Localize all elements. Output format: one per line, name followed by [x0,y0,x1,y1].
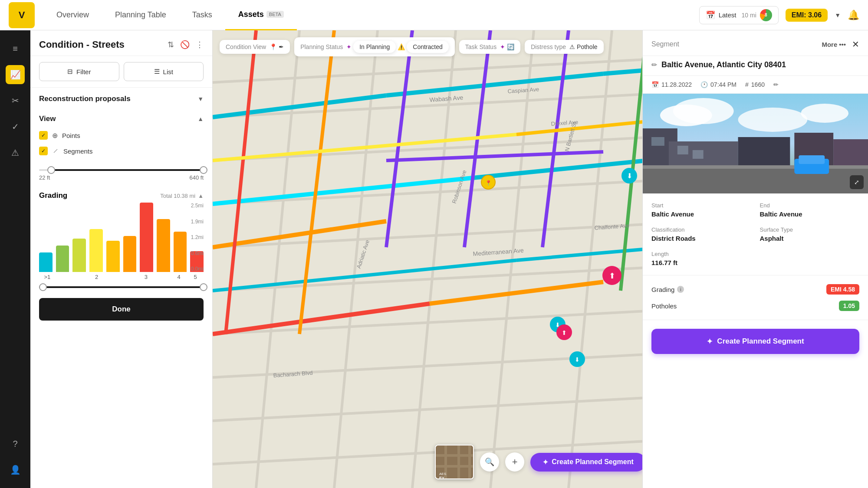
svg-rect-63 [436,465,474,468]
emi-donut-chart: 8 [760,9,772,21]
chart-thumb-right[interactable] [200,283,207,291]
length-detail: Length 116.77 ft [651,251,751,266]
svg-text:AES: AES [439,472,446,476]
filter-button[interactable]: ⊟ Filter [39,62,119,81]
emi-badge[interactable]: EMI: 3.06 [786,9,828,22]
svg-rect-78 [693,150,704,159]
chart-range-fill [39,286,204,288]
nav-assets[interactable]: Assets BETA [225,0,297,30]
segments-label: Segments [63,147,93,155]
sidebar-icon-tools[interactable]: ✂ [6,91,25,110]
right-segment-panel: Segment More ••• ✕ ✏ Baltic Avenue, Atla… [642,30,868,488]
planning-status-warning-icon: ⚠️ [398,43,405,50]
grading-section: Grading i EMI 4.58 Potholes 1.05 [643,275,868,320]
nav-right-section: 📅 Latest 10 mi 8 EMI: 3.06 ▼ 🔔 [699,6,859,24]
create-planned-segment-panel-button[interactable]: ✦ Create Planned Segment [651,329,859,354]
length-label: Length [651,251,751,257]
potholes-value: 1.05 [839,301,859,311]
contracted-pill[interactable]: Contracted [407,41,448,53]
range-thumb-left[interactable] [47,166,55,174]
reconstruction-title: Reconstruction proposals [39,95,131,103]
create-planned-segment-button[interactable]: ✦ Create Planned Segment [530,453,646,472]
more-button[interactable]: More ••• [822,41,846,48]
emi-dropdown-chevron[interactable]: ▼ [835,12,841,19]
view-options: ✓ ⊕ Points ✓ ⟋ Segments [30,128,212,163]
latest-miles: 10 mi [742,12,756,19]
left-condition-panel: Condition - Streets ⇅ 🚫 ⋮ ⊟ Filter ☰ Lis… [30,30,213,488]
sidebar-icon-layers[interactable]: ≡ [6,39,25,58]
more-dots-icon: ••• [839,41,846,48]
notifications-bell-icon[interactable]: 🔔 [848,10,859,21]
chart-thumb-left[interactable] [39,283,47,291]
view-points-row: ✓ ⊕ Points [39,128,204,143]
svg-text:EY: EY [439,476,444,479]
svg-rect-82 [643,167,868,193]
grading-row-label: Grading i [651,286,684,293]
sort-icon[interactable]: ⇅ [168,40,174,49]
svg-rect-62 [436,454,474,457]
nav-overview[interactable]: Overview [43,0,102,30]
chart-bar-3 [72,239,86,272]
edit-meta-icon[interactable]: ✏ [773,81,779,88]
planning-status-star-icon: ✦ [346,43,352,50]
sidebar-icon-warning[interactable]: ⚠ [6,143,25,162]
map-mini-thumbnail[interactable]: EY AES [435,445,474,479]
planning-status-group: Planning Status ✦ In Planning ⚠️ Contrac… [294,37,455,56]
filter-clear-icon[interactable]: 🚫 [180,40,190,49]
image-expand-icon[interactable]: ⤢ [850,175,864,189]
done-button[interactable]: Done [39,298,204,321]
map-search-button[interactable]: 🔍 [480,452,499,472]
panel-header-icons: ⇅ 🚫 ⋮ [168,40,204,49]
latest-selector[interactable]: 📅 Latest 10 mi 8 [699,6,779,24]
length-value: 116.77 ft [651,259,751,266]
points-icon: ⊕ [52,131,58,140]
svg-rect-66 [468,445,471,479]
sidebar-icon-help[interactable]: ? [6,434,25,453]
sidebar-icon-check[interactable]: ✓ [6,117,25,136]
reconstruction-section-header[interactable]: Reconstruction proposals ▼ [30,88,212,108]
segment-time: 🕐 07:44 PM [700,81,736,88]
chart-bar-7 [140,203,153,272]
segment-id: # 1660 [745,81,765,88]
chart-bar-2 [56,246,69,272]
range-slider-section: 22 ft 640 ft [30,169,212,185]
distress-type-group[interactable]: Distress type ⚠ Pothole [525,40,603,54]
more-options-icon[interactable]: ⋮ [196,40,204,49]
nav-items: Overview Planning Table Tasks Assets BET… [43,0,699,30]
grading-row: Grading i EMI 4.58 [651,284,859,295]
list-button[interactable]: ☰ List [124,62,204,81]
range-labels: 22 ft 640 ft [39,174,204,181]
in-planning-pill[interactable]: In Planning [353,41,396,53]
calendar-meta-icon: 📅 [651,81,659,88]
sidebar-icons: ≡ 📈 ✂ ✓ ⚠ ? 👤 [0,30,30,488]
segments-checkbox[interactable]: ✓ [39,147,48,155]
top-navigation: V Overview Planning Table Tasks Assets B… [0,0,868,30]
filter-icon: ⊟ [67,68,73,75]
emi-value-badge: EMI 4.58 [826,284,859,295]
grading-total: Total 10.38 mi ▲ [160,193,204,199]
svg-text:📍: 📍 [485,180,492,186]
create-segment-panel-label: Create Planned Segment [717,337,804,346]
condition-view-label: Condition View [226,43,266,50]
view-segments-row: ✓ ⟋ Segments [39,143,204,159]
potholes-row: Potholes 1.05 [651,301,859,311]
start-label: Start [651,202,751,209]
range-thumb-right[interactable] [200,166,207,174]
nav-tasks[interactable]: Tasks [179,0,225,30]
create-segment-label: Create Planned Segment [552,458,634,466]
task-status-group[interactable]: Task Status ✦ 🔄 [459,40,520,54]
sidebar-icon-user[interactable]: 👤 [6,460,25,479]
segment-date: 📅 11.28.2022 [651,81,692,88]
grading-info-icon[interactable]: i [677,286,684,293]
task-status-refresh-icon: 🔄 [507,43,514,50]
points-checkbox[interactable]: ✓ [39,131,48,140]
sidebar-icon-analytics[interactable]: 📈 [6,65,25,84]
view-section-header[interactable]: View ▲ [30,108,212,128]
map-zoom-button[interactable]: + [505,452,524,472]
edit-address-icon[interactable]: ✏ [651,61,657,69]
condition-view-toggle[interactable]: Condition View 📍 ✒ [220,40,290,54]
map-mini-bg: EY AES [436,445,473,478]
chart-bar-5 [106,241,120,272]
nav-planning-table[interactable]: Planning Table [102,0,179,30]
close-panel-button[interactable]: ✕ [852,39,859,49]
